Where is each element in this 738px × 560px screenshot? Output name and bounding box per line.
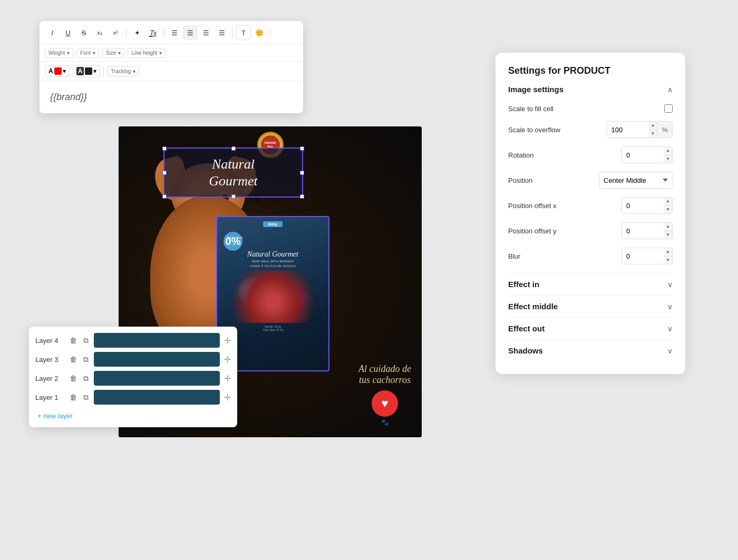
layer-2-delete-btn[interactable]: 🗑: [69, 373, 78, 384]
product-zero-label: Preservatives: [219, 236, 251, 239]
position-offset-y-down[interactable]: ▼: [664, 231, 672, 239]
position-offset-y-control: ▲ ▼: [622, 222, 673, 239]
line-height-select[interactable]: Line height ▾: [128, 48, 166, 58]
position-offset-y-steppers: ▲ ▼: [664, 222, 673, 239]
size-select[interactable]: Size ▾: [102, 48, 124, 58]
product-zero: 0%: [224, 232, 242, 251]
bold-button[interactable]: I: [45, 25, 60, 40]
effect-middle-section-header[interactable]: Effect middle ∨: [508, 295, 673, 317]
handle-bl[interactable]: [162, 194, 167, 199]
layer-1-duplicate-btn[interactable]: ⧉: [82, 392, 90, 403]
position-row: Position Center Middle Top Left Top Cent…: [508, 168, 673, 193]
handle-br[interactable]: [300, 194, 304, 199]
layer-4-drag-btn[interactable]: ✛: [224, 336, 231, 346]
effect-out-label: Effect out: [508, 324, 545, 333]
layer-1-color-bar: [94, 390, 220, 405]
layer-2-drag-btn[interactable]: ✛: [224, 374, 231, 384]
strikethrough-button[interactable]: S: [76, 25, 91, 40]
clear-format-button[interactable]: T̲x: [145, 25, 160, 40]
layer-4-color-bar: [94, 333, 220, 348]
blur-down[interactable]: ▼: [664, 257, 672, 264]
scale-overflow-up[interactable]: ▲: [649, 122, 657, 130]
layer-2-label: Layer 2: [35, 375, 64, 382]
shadows-section-header[interactable]: Shadows ∨: [508, 339, 673, 361]
layer-row-2: Layer 2 🗑 ⧉ ✛: [35, 371, 231, 386]
weight-label: Weight: [48, 50, 65, 56]
handle-tl[interactable]: [162, 146, 167, 151]
natural-gourmet-box[interactable]: NaturalGourmet: [163, 148, 303, 198]
new-layer-button[interactable]: + new layer: [35, 411, 75, 421]
scale-overflow-label: Scale to overflow: [508, 126, 607, 134]
blur-steppers: ▲ ▼: [664, 248, 673, 264]
position-offset-x-up[interactable]: ▲: [664, 198, 672, 206]
position-select[interactable]: Center Middle Top Left Top Center Top Ri…: [599, 172, 673, 189]
rotation-up[interactable]: ▲: [664, 147, 672, 155]
emoji-button[interactable]: 🙂: [252, 25, 267, 40]
rotation-down[interactable]: ▼: [664, 155, 672, 163]
size-label: Size: [106, 50, 116, 56]
position-offset-x-down[interactable]: ▼: [664, 206, 672, 214]
effect-in-chevron: ∨: [667, 280, 673, 289]
color-b-button[interactable]: A ▾: [73, 65, 101, 77]
position-offset-x-label: Position offset x: [508, 202, 622, 210]
rotation-steppers: ▲ ▼: [664, 146, 673, 163]
layer-3-duplicate-btn[interactable]: ⧉: [82, 354, 90, 365]
text-content-area[interactable]: {{brand}}: [40, 81, 303, 113]
image-settings-section-header[interactable]: Image settings ∧: [508, 85, 673, 100]
scale-overflow-steppers: ▲ ▼: [649, 121, 658, 138]
layer-4-delete-btn[interactable]: 🗑: [69, 335, 78, 346]
handle-bm[interactable]: [231, 194, 236, 199]
product-desc: CARNE ✦ FRUTOS DEL BOSQUE: [250, 264, 296, 268]
layer-1-drag-btn[interactable]: ✛: [224, 392, 231, 402]
layer-3-delete-btn[interactable]: 🗑: [69, 354, 78, 365]
position-offset-x-group: ▲ ▼: [622, 197, 673, 214]
effect-out-section-header[interactable]: Effect out ∨: [508, 317, 673, 339]
position-offset-y-label: Position offset y: [508, 227, 622, 235]
heart-logo: ♥ 🐾: [372, 390, 398, 426]
layer-2-duplicate-btn[interactable]: ⧉: [82, 373, 90, 384]
divider1: [126, 27, 127, 38]
superscript-button[interactable]: x²: [108, 25, 123, 40]
position-offset-x-input[interactable]: [622, 197, 664, 214]
effect-middle-chevron: ∨: [667, 302, 673, 311]
rotation-label: Rotation: [508, 151, 622, 159]
scale-fill-checkbox[interactable]: [664, 104, 673, 113]
layer-3-drag-btn[interactable]: ✛: [224, 355, 231, 365]
subscript-button[interactable]: x₂: [92, 25, 107, 40]
highlight-button[interactable]: ✦: [130, 25, 144, 40]
font-select[interactable]: Font ▾: [76, 48, 99, 58]
effect-middle-label: Effect middle: [508, 302, 558, 311]
justify-button[interactable]: ☰: [215, 25, 229, 40]
text-transform-button[interactable]: T: [236, 25, 251, 40]
shadows-label: Shadows: [508, 346, 543, 355]
line-height-label: Line height: [131, 50, 157, 56]
align-right-button[interactable]: ☰: [199, 25, 213, 40]
layer-1-delete-btn[interactable]: 🗑: [69, 392, 78, 402]
blur-input[interactable]: [622, 248, 664, 264]
layer-1-label: Layer 1: [35, 394, 64, 401]
tracking-select[interactable]: Tracking ▾: [107, 66, 139, 76]
scale-overflow-down[interactable]: ▼: [649, 130, 657, 138]
scale-overflow-input[interactable]: [607, 121, 649, 138]
layer-4-duplicate-btn[interactable]: ⧉: [82, 335, 90, 346]
divider2: [163, 27, 164, 38]
handle-tm[interactable]: [231, 146, 236, 151]
rotation-input[interactable]: [622, 146, 664, 163]
toolbar-row1: I U S x₂ x² ✦ T̲x ☰ ☰ ☰ ☰ T 🙂: [40, 21, 303, 45]
color-a-button[interactable]: A ▾: [45, 65, 70, 77]
underline-button[interactable]: U: [61, 25, 75, 40]
handle-lm[interactable]: [162, 171, 167, 175]
divider3: [232, 27, 233, 38]
layer-row-1: Layer 1 🗑 ⧉ ✛: [35, 390, 231, 405]
layer-row-3: Layer 3 🗑 ⧉ ✛: [35, 352, 231, 367]
position-offset-y-input[interactable]: [622, 222, 664, 239]
handle-tr[interactable]: [300, 146, 304, 151]
blur-up[interactable]: ▲: [664, 248, 672, 257]
weight-select[interactable]: Weight ▾: [45, 48, 73, 58]
align-left-button[interactable]: ☰: [167, 25, 182, 40]
handle-rm[interactable]: [300, 171, 304, 175]
position-offset-y-up[interactable]: ▲: [664, 223, 672, 231]
effect-in-section-header[interactable]: Effect in ∨: [508, 273, 673, 295]
position-offset-x-row: Position offset x ▲ ▼: [508, 193, 673, 218]
align-center-button[interactable]: ☰: [183, 25, 198, 40]
